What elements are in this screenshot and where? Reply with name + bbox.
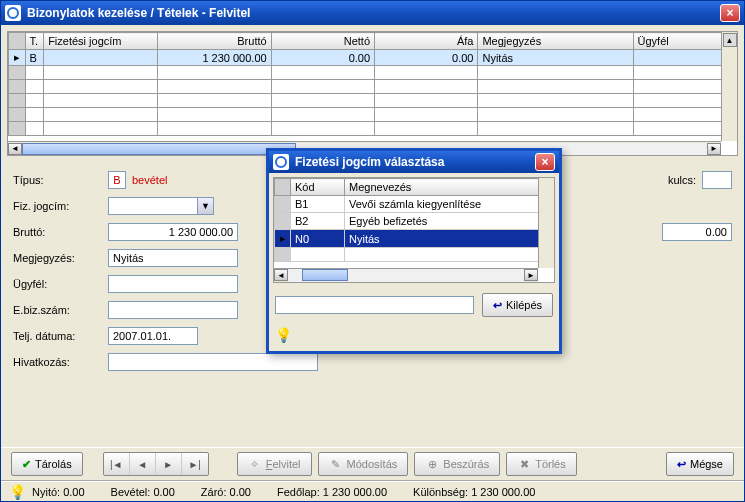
- scroll-right-icon[interactable]: ►: [707, 143, 721, 155]
- dialog-titlebar: Fizetési jogcím választása ×: [269, 151, 559, 173]
- plus-icon: ✧: [248, 457, 262, 471]
- bulb-icon: 💡: [269, 323, 559, 347]
- items-grid[interactable]: T. Fizetési jogcím Bruttó Nettó Áfa Megj…: [7, 31, 738, 156]
- app-icon: [273, 154, 289, 170]
- scroll-left-icon[interactable]: ◄: [8, 143, 22, 155]
- col-afa[interactable]: Áfa: [375, 33, 478, 50]
- tipus-text: bevétel: [132, 174, 167, 186]
- kulcs-label: kulcs:: [668, 174, 696, 186]
- check-icon: ✔: [22, 458, 31, 471]
- jogcim-dialog: Fizetési jogcím választása × Kód Megneve…: [266, 148, 562, 354]
- table-row[interactable]: ▸ B 1 230 000.00 0.00 0.00 Nyitás: [9, 50, 737, 66]
- insert-icon: ⊕: [425, 457, 439, 471]
- afa-side-input[interactable]: [662, 223, 732, 241]
- modositas-button[interactable]: ✎ Módosítás: [318, 452, 409, 476]
- dialog-title: Fizetési jogcím választása: [295, 155, 444, 169]
- nav-first-icon[interactable]: |◄: [104, 453, 130, 475]
- scroll-right-icon[interactable]: ►: [524, 269, 538, 281]
- megj-input[interactable]: [108, 249, 238, 267]
- status-nyito: Nyitó: 0.00: [32, 486, 85, 498]
- nav-group[interactable]: |◄ ◄ ► ►|: [103, 452, 209, 476]
- torles-button[interactable]: ✖ Törlés: [506, 452, 577, 476]
- titlebar: Bizonylatok kezelése / Tételek - Felvite…: [1, 1, 744, 25]
- col-t[interactable]: T.: [25, 33, 44, 50]
- status-kulonbseg: Különbség: 1 230 000.00: [413, 486, 535, 498]
- tipus-label: Típus:: [13, 174, 108, 186]
- fizjogcim-combo[interactable]: ▼: [108, 197, 214, 215]
- close-icon[interactable]: ×: [720, 4, 740, 22]
- col-jogcim[interactable]: Fizetési jogcím: [44, 33, 158, 50]
- col-megj[interactable]: Megjegyzés: [478, 33, 633, 50]
- bulb-icon: 💡: [9, 484, 26, 500]
- kulcs-input[interactable]: [702, 171, 732, 189]
- fizjogcim-input[interactable]: [108, 197, 198, 215]
- list-item[interactable]: B1 Vevői számla kiegyenlítése: [275, 196, 554, 213]
- tipus-code: B: [108, 171, 126, 189]
- status-zaro: Záró: 0.00: [201, 486, 251, 498]
- brutto-label: Bruttó:: [13, 226, 108, 238]
- toolbar: ✔ Tárolás |◄ ◄ ► ►| ✧ Felvitel ✎ Módosít…: [1, 447, 744, 481]
- app-icon: [5, 5, 21, 21]
- hivatk-label: Hivatkozás:: [13, 356, 108, 368]
- dialog-hscroll[interactable]: ◄ ►: [274, 268, 538, 282]
- col-netto[interactable]: Nettó: [271, 33, 374, 50]
- ebiz-label: E.biz.szám:: [13, 304, 108, 316]
- delete-icon: ✖: [517, 457, 531, 471]
- list-item[interactable]: B2 Egyéb befizetés: [275, 213, 554, 230]
- tarolas-button[interactable]: ✔ Tárolás: [11, 452, 83, 476]
- nav-prev-icon[interactable]: ◄: [130, 453, 156, 475]
- dialog-close-icon[interactable]: ×: [535, 153, 555, 171]
- felvitel-button[interactable]: ✧ Felvitel: [237, 452, 312, 476]
- back-icon: ↩: [677, 458, 686, 471]
- kilepes-button[interactable]: ↩ Kilépés: [482, 293, 553, 317]
- scroll-up-icon[interactable]: ▲: [723, 33, 737, 47]
- beszuras-button[interactable]: ⊕ Beszúrás: [414, 452, 500, 476]
- dcol-megn[interactable]: Megnevezés: [345, 179, 554, 196]
- list-item[interactable]: ▸ N0 Nyitás: [275, 230, 554, 248]
- grid-header-row: T. Fizetési jogcím Bruttó Nettó Áfa Megj…: [9, 33, 737, 50]
- megse-button[interactable]: ↩ Mégse: [666, 452, 734, 476]
- megj-label: Megjegyzés:: [13, 252, 108, 264]
- edit-icon: ✎: [329, 457, 343, 471]
- ebiz-input[interactable]: [108, 301, 238, 319]
- chevron-down-icon[interactable]: ▼: [198, 197, 214, 215]
- dialog-search-input[interactable]: [275, 296, 474, 314]
- telj-input[interactable]: [108, 327, 198, 345]
- telj-label: Telj. dátuma:: [13, 330, 108, 342]
- grid-vscroll[interactable]: ▲: [721, 32, 737, 141]
- status-fedolap: Fedőlap: 1 230 000.00: [277, 486, 387, 498]
- ugyfel-label: Ügyfél:: [13, 278, 108, 290]
- col-brutto[interactable]: Bruttó: [157, 33, 271, 50]
- dialog-grid[interactable]: Kód Megnevezés B1 Vevői számla kiegyenlí…: [273, 177, 555, 283]
- nav-next-icon[interactable]: ►: [156, 453, 182, 475]
- main-window: Bizonylatok kezelése / Tételek - Felvite…: [0, 0, 745, 502]
- statusbar: 💡 Nyitó: 0.00 Bevétel: 0.00 Záró: 0.00 F…: [1, 481, 744, 501]
- scroll-left-icon[interactable]: ◄: [274, 269, 288, 281]
- dialog-vscroll[interactable]: [538, 178, 554, 268]
- window-title: Bizonylatok kezelése / Tételek - Felvite…: [27, 6, 250, 20]
- nav-last-icon[interactable]: ►|: [182, 453, 208, 475]
- hivatk-input[interactable]: [108, 353, 318, 371]
- status-bevetel: Bevétel: 0.00: [111, 486, 175, 498]
- brutto-input[interactable]: [108, 223, 238, 241]
- ugyfel-input[interactable]: [108, 275, 238, 293]
- dcol-kod[interactable]: Kód: [291, 179, 345, 196]
- exit-icon: ↩: [493, 299, 502, 312]
- fizjogcim-label: Fiz. jogcím:: [13, 200, 108, 212]
